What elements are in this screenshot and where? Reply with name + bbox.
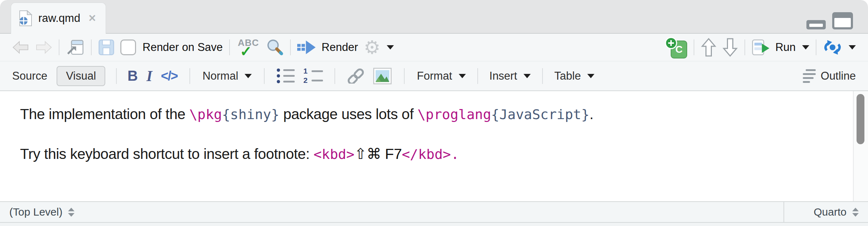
toolbar-separator	[542, 68, 543, 84]
chevron-down-icon	[802, 45, 809, 50]
paragraph: Try this keyboard shortcut to insert a f…	[20, 146, 854, 162]
run-button[interactable]: Run	[752, 39, 809, 56]
gear-icon: ⚙	[364, 38, 381, 57]
text-segment: <kbd>	[313, 146, 354, 162]
down-arrow-icon	[722, 38, 738, 57]
render-on-save-checkbox[interactable]	[120, 39, 136, 55]
file-type-selector[interactable]: Quarto	[783, 202, 868, 222]
run-label: Run	[775, 41, 796, 54]
minimize-pane-button[interactable]	[806, 20, 826, 29]
toolbar-separator	[59, 39, 59, 55]
maximize-pane-button[interactable]	[832, 12, 853, 29]
chevron-down-icon	[245, 74, 252, 78]
tab-close-icon[interactable]: ✕	[88, 14, 96, 23]
text-segment: {shiny}	[222, 107, 279, 122]
scrollbar-thumb[interactable]	[857, 94, 864, 144]
render-label: Render	[322, 41, 358, 54]
chevron-down-icon	[524, 74, 531, 78]
rerun-source-icon	[823, 39, 842, 55]
spellcheck-button[interactable]: ABC ✓	[236, 38, 260, 57]
run-icon	[752, 39, 770, 56]
forward-arrow-icon	[35, 41, 52, 54]
back-arrow-icon	[12, 41, 29, 54]
sort-arrows-icon	[852, 208, 859, 217]
visual-mode-label: Visual	[66, 70, 96, 83]
outline-toggle-button[interactable]: Outline	[803, 69, 856, 83]
up-arrow-icon	[701, 38, 717, 57]
bold-icon: B	[127, 68, 138, 84]
check-mark: ✓	[240, 43, 252, 60]
paragraph: The implementation of the \pkg{shiny} pa…	[20, 106, 854, 122]
outline-label: Outline	[821, 70, 856, 83]
editor-surface[interactable]: The implementation of the \pkg{shiny} pa…	[0, 91, 854, 201]
outline-icon	[803, 69, 816, 83]
tab-raw-qmd[interactable]: raw.qmd ✕	[11, 3, 106, 34]
insert-menu[interactable]: Insert	[490, 70, 531, 83]
editor-pane: raw.qmd ✕	[0, 0, 868, 226]
chevron-down-icon	[849, 45, 856, 50]
italic-button[interactable]: I	[146, 67, 152, 85]
code-button[interactable]: </>	[161, 69, 177, 84]
open-in-new-window-button[interactable]	[66, 39, 85, 56]
bulleted-list-button[interactable]	[277, 69, 295, 83]
text-segment: package uses lots of	[279, 106, 418, 122]
image-button[interactable]	[373, 68, 392, 84]
text-segment: .	[589, 106, 593, 122]
italic-icon: I	[146, 67, 152, 85]
toolbar-separator	[404, 68, 405, 84]
text-segment: Try this keyboard shortcut to insert a f…	[20, 146, 313, 162]
toolbar-separator	[91, 39, 92, 55]
render-on-save-label: Render on Save	[143, 41, 223, 54]
plus-icon	[665, 37, 677, 49]
forward-button[interactable]	[35, 41, 52, 54]
table-menu[interactable]: Table	[554, 70, 594, 83]
source-mode-button[interactable]: Source	[12, 70, 47, 83]
pane-window-buttons	[806, 12, 853, 29]
toolbar-separator	[116, 68, 117, 84]
text-segment: \proglang	[418, 107, 491, 122]
scope-selector-value: (Top Level)	[9, 206, 62, 218]
link-icon	[347, 69, 365, 84]
render-icon	[297, 41, 317, 54]
insert-chunk-button[interactable]: C	[665, 37, 687, 58]
toolbar-separator	[264, 68, 265, 84]
render-settings-button[interactable]: ⚙	[364, 38, 394, 57]
toolbar-separator	[744, 39, 745, 55]
format-menu-label: Format	[417, 70, 452, 83]
toolbar-separator	[229, 39, 230, 55]
find-replace-button[interactable]	[266, 38, 284, 56]
insert-code-chunk-icon: C	[665, 37, 687, 58]
render-on-save-control: Render on Save	[120, 39, 223, 55]
vertical-scrollbar[interactable]	[853, 91, 868, 201]
chevron-down-icon	[459, 74, 466, 78]
open-in-new-window-icon	[66, 39, 85, 56]
previous-chunk-button[interactable]	[701, 38, 717, 57]
toolbar-right-group: C	[662, 37, 859, 58]
paragraph-style-dropdown[interactable]: Normal	[202, 70, 252, 83]
link-button[interactable]	[347, 69, 365, 84]
status-bar: (Top Level) Quarto	[0, 201, 868, 223]
chevron-down-icon	[387, 45, 394, 50]
pane-bottom-edge	[0, 223, 868, 226]
format-menu[interactable]: Format	[417, 70, 466, 83]
insert-menu-label: Insert	[490, 70, 517, 83]
visual-mode-button[interactable]: Visual	[57, 66, 105, 86]
toolbar-separator	[290, 39, 291, 55]
back-button[interactable]	[12, 41, 29, 54]
minimize-icon	[809, 24, 823, 27]
bold-button[interactable]: B	[127, 68, 138, 84]
quarto-document-icon	[18, 10, 33, 27]
scope-selector[interactable]: (Top Level)	[0, 202, 84, 222]
toolbar-separator	[477, 68, 478, 84]
render-button[interactable]: Render	[297, 41, 358, 54]
next-chunk-button[interactable]	[722, 38, 738, 57]
text-segment: The implementation of the	[20, 106, 189, 122]
numbered-list-button[interactable]: 1 2	[303, 68, 323, 84]
text-segment: \pkg	[189, 107, 222, 122]
save-button[interactable]	[98, 39, 115, 56]
maximize-icon	[834, 18, 851, 27]
source-rerun-button[interactable]	[823, 39, 856, 55]
file-type-value: Quarto	[814, 206, 847, 218]
format-toolbar: Source Visual B I </> Normal	[0, 61, 868, 91]
table-menu-label: Table	[554, 70, 581, 83]
